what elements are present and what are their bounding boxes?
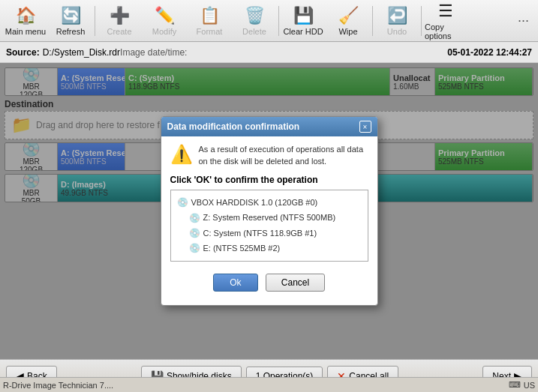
datetime-label: Image date/time: (120, 47, 187, 58)
clear-hdd-label: Clear HDD (283, 27, 323, 36)
tree-item-3: 💿 E: (NTFS 525MB #2) (189, 241, 362, 256)
delete-label: Delete (242, 27, 266, 36)
tree-icon-1: 💿 (189, 211, 200, 226)
modal-buttons: Ok Cancel (170, 269, 368, 298)
status-bar: R-Drive Image Technician 7.... ⌨ US (0, 377, 538, 392)
modal-confirm-label: Click 'OK' to confirm the operation (170, 175, 368, 185)
delete-icon: 🗑️ (245, 6, 265, 25)
modify-label: Modify (152, 27, 176, 36)
source-bar: Source: D:/System_Disk.rdr Image date/ti… (0, 42, 538, 63)
datetime-value: 05-01-2022 12:44:27 (447, 47, 532, 58)
create-label: Create (107, 27, 131, 36)
create-button[interactable]: ➕ Create (97, 1, 142, 40)
main-menu-button[interactable]: 🏠 Main menu (3, 1, 48, 40)
tree-label-3: E: (NTFS 525MB #2) (203, 241, 281, 256)
keyboard-icon: ⌨ (509, 380, 521, 390)
copy-options-button[interactable]: ☰ Copy options (423, 1, 468, 40)
format-button[interactable]: 📋 Format (187, 1, 232, 40)
main-menu-label: Main menu (5, 27, 46, 36)
tree-icon-2: 💿 (189, 226, 200, 241)
source-value: D:/System_Disk.rdr (43, 47, 120, 58)
delete-button[interactable]: 🗑️ Delete (232, 1, 277, 40)
modal-warning-text: As a result of execution of operations a… (199, 144, 368, 167)
tree-label-0: VBOX HARDDISK 1.0 (120GB #0) (191, 196, 318, 210)
tree-item-1: 💿 Z: System Reserved (NTFS 500MB) (189, 211, 362, 226)
modify-icon: ✏️ (155, 6, 175, 25)
tree-label-1: Z: System Reserved (NTFS 500MB) (203, 211, 336, 225)
wipe-icon: 🧹 (338, 6, 359, 25)
status-right: ⌨ US (509, 380, 535, 390)
warning-icon: ⚠️ (170, 144, 193, 165)
format-icon: 📋 (200, 6, 220, 25)
modal-header: Data modification confirmation × (161, 117, 377, 136)
toolbar: 🏠 Main menu 🔄 Refresh ➕ Create ✏️ Modify… (0, 0, 538, 42)
create-icon: ➕ (110, 6, 130, 25)
tree-icon-3: 💿 (189, 241, 200, 256)
app-name: R-Drive Image Technician 7.... (3, 381, 113, 390)
modal-title: Data modification confirmation (167, 121, 300, 132)
more-button[interactable]: ··· (512, 7, 535, 34)
modal-body: ⚠️ As a result of execution of operation… (161, 136, 377, 304)
modal-overlay: Data modification confirmation × ⚠️ As a… (0, 63, 538, 359)
refresh-button[interactable]: 🔄 Refresh (48, 1, 93, 40)
modal-close-button[interactable]: × (359, 121, 371, 133)
tree-icon-0: 💿 (177, 195, 188, 210)
toolbar-separator-3 (372, 6, 373, 36)
clear-hdd-button[interactable]: 💾 Clear HDD (281, 1, 326, 40)
refresh-icon: 🔄 (61, 6, 81, 25)
toolbar-separator-1 (95, 6, 95, 36)
tree-item-0: 💿 VBOX HARDDISK 1.0 (120GB #0) (177, 195, 362, 210)
confirmation-modal: Data modification confirmation × ⚠️ As a… (161, 116, 378, 305)
modal-cancel-button[interactable]: Cancel (266, 274, 325, 292)
tree-item-2: 💿 C: System (NTFS 118.9GB #1) (189, 226, 362, 241)
copy-options-icon: ☰ (438, 1, 453, 21)
locale: US (524, 381, 535, 390)
wipe-button[interactable]: 🧹 Wipe (326, 1, 371, 40)
main-menu-icon: 🏠 (16, 6, 36, 25)
modal-ok-button[interactable]: Ok (213, 274, 258, 292)
undo-button[interactable]: ↩️ Undo (374, 1, 419, 40)
refresh-label: Refresh (56, 27, 86, 36)
toolbar-separator-4 (421, 6, 422, 36)
tree-label-2: C: System (NTFS 118.9GB #1) (203, 226, 317, 241)
modify-button[interactable]: ✏️ Modify (142, 1, 187, 40)
undo-label: Undo (387, 27, 407, 36)
modal-tree: 💿 VBOX HARDDISK 1.0 (120GB #0) 💿 Z: Syst… (170, 190, 368, 262)
clear-hdd-icon: 💾 (293, 6, 314, 25)
wipe-label: Wipe (338, 27, 357, 36)
format-label: Format (197, 27, 223, 36)
main-area: 💿 MBR 120GB A: (System Reserved) 500MB N… (0, 63, 538, 359)
toolbar-separator-2 (278, 6, 279, 36)
undo-icon: ↩️ (387, 6, 407, 25)
modal-warning-row: ⚠️ As a result of execution of operation… (170, 144, 368, 167)
copy-options-label: Copy options (425, 22, 467, 40)
source-label: Source: (6, 47, 40, 58)
